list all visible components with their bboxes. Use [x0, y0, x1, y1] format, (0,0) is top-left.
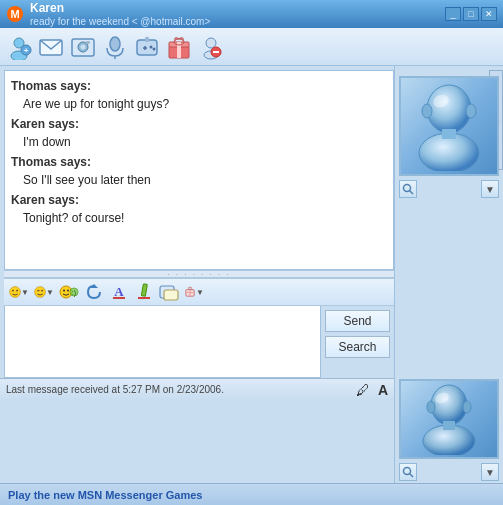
games-button[interactable]	[133, 33, 161, 61]
chat-panel: Thomas says: Are we up for tonight guys?…	[0, 66, 395, 483]
message-3: Thomas says: So I'll see you later then	[11, 153, 387, 189]
close-button[interactable]: ✕	[481, 7, 497, 21]
font-button[interactable]: A	[108, 281, 130, 303]
svg-rect-21	[177, 42, 181, 58]
msg-text-1: Are we up for tonight guys?	[11, 95, 387, 113]
search-button[interactable]: Search	[325, 336, 390, 358]
svg-point-30	[35, 287, 46, 298]
svg-line-56	[410, 191, 414, 195]
status-text: Last message received at 5:27 PM on 2/23…	[6, 384, 348, 395]
send-button[interactable]: Send	[325, 310, 390, 332]
svg-point-18	[153, 47, 156, 50]
svg-point-49	[427, 85, 471, 133]
send-email-button[interactable]	[37, 33, 65, 61]
svg-text:M: M	[10, 8, 19, 20]
msg-text-2: I'm down	[11, 133, 387, 151]
title-bar: M Karen ready for the weekend < @hotmail…	[0, 0, 503, 28]
toolbar: +	[0, 28, 503, 66]
title-text-block: Karen ready for the weekend < @hotmail.c…	[30, 1, 210, 26]
msg-sender-3: Thomas says:	[11, 153, 387, 171]
svg-point-55	[404, 185, 411, 192]
message-4: Karen says: Tonight? of course!	[11, 191, 387, 227]
svg-point-62	[463, 401, 471, 413]
my-avatar-dropdown-button[interactable]: ▼	[481, 463, 499, 481]
svg-point-35	[67, 290, 69, 292]
svg-point-28	[12, 290, 14, 292]
svg-point-34	[63, 290, 65, 292]
action-buttons: Send Search	[321, 306, 394, 378]
edit-icon[interactable]: 🖊	[356, 382, 370, 398]
app-icon: M	[6, 5, 24, 23]
nudge-button[interactable]	[83, 281, 105, 303]
svg-rect-48	[189, 290, 190, 297]
svg-point-57	[431, 385, 467, 425]
svg-point-61	[427, 401, 435, 413]
svg-point-53	[422, 104, 432, 118]
msg-sender-1: Thomas says:	[11, 77, 387, 95]
avatar-figure-top	[409, 81, 489, 171]
title-bar-left: M Karen ready for the weekend < @hotmail…	[6, 1, 210, 26]
svg-point-27	[10, 287, 21, 298]
svg-line-64	[410, 474, 414, 478]
svg-rect-52	[442, 129, 456, 139]
svg-point-23	[206, 38, 216, 48]
bottom-bar[interactable]: Play the new MSN Messenger Games	[0, 483, 503, 505]
format-toolbar: ▼ ▼ :)	[4, 278, 394, 306]
input-section: Send Search	[4, 306, 394, 378]
contact-avatar	[399, 76, 499, 176]
chat-divider[interactable]: · · · · · · · ·	[4, 270, 394, 278]
color-button[interactable]	[133, 281, 155, 303]
msg-text-4: Tonight? of course!	[11, 209, 387, 227]
bottom-bar-text: Play the new MSN Messenger Games	[8, 489, 202, 501]
add-contact-button[interactable]: +	[5, 33, 33, 61]
main-area: Thomas says: Are we up for tonight guys?…	[0, 66, 503, 483]
maximize-button[interactable]: □	[463, 7, 479, 21]
ink-button[interactable]: ▼	[183, 281, 205, 303]
svg-point-54	[466, 104, 476, 118]
svg-point-9	[81, 44, 86, 49]
avatar-search-button[interactable]	[399, 180, 417, 198]
block-button[interactable]	[197, 33, 225, 61]
svg-point-32	[41, 290, 43, 292]
svg-text:A: A	[114, 284, 124, 299]
msg-text-3: So I'll see you later then	[11, 171, 387, 189]
wink-button[interactable]: ▼	[33, 281, 55, 303]
status-bar: Last message received at 5:27 PM on 2/23…	[0, 378, 394, 400]
bottom-avatar-controls: ▼	[399, 463, 499, 481]
svg-rect-10	[86, 41, 90, 44]
svg-text::): :)	[72, 289, 76, 297]
top-avatar-controls: ▼	[399, 180, 499, 198]
message-display: Thomas says: Are we up for tonight guys?…	[4, 70, 394, 270]
svg-rect-41	[141, 284, 147, 297]
emoji-button[interactable]: ▼	[8, 281, 30, 303]
message-input[interactable]	[4, 306, 321, 378]
svg-rect-14	[145, 37, 149, 42]
background-button[interactable]	[158, 281, 180, 303]
message-2: Karen says: I'm down	[11, 115, 387, 151]
contact-status: ready for the weekend < @hotmail.com>	[30, 16, 210, 27]
svg-rect-45	[164, 290, 178, 300]
msg-sender-4: Karen says:	[11, 191, 387, 209]
animated-emoticon-button[interactable]: :)	[58, 281, 80, 303]
svg-rect-60	[443, 421, 455, 430]
window-controls[interactable]: _ □ ✕	[445, 7, 497, 21]
svg-point-29	[16, 290, 18, 292]
svg-text:+: +	[24, 46, 29, 55]
right-panel: ▶	[395, 66, 503, 483]
svg-point-63	[404, 468, 411, 475]
minimize-button[interactable]: _	[445, 7, 461, 21]
font-size-icon[interactable]: A	[378, 382, 388, 398]
svg-point-11	[110, 37, 120, 51]
svg-point-17	[150, 45, 153, 48]
avatar-dropdown-button[interactable]: ▼	[481, 180, 499, 198]
photo-button[interactable]	[69, 33, 97, 61]
voice-button[interactable]	[101, 33, 129, 61]
avatar-figure-bottom	[414, 383, 484, 455]
gift-button[interactable]	[165, 33, 193, 61]
msg-sender-2: Karen says:	[11, 115, 387, 133]
message-1: Thomas says: Are we up for tonight guys?	[11, 77, 387, 113]
my-avatar	[399, 379, 499, 459]
contact-name: Karen	[30, 1, 210, 15]
my-avatar-search-button[interactable]	[399, 463, 417, 481]
